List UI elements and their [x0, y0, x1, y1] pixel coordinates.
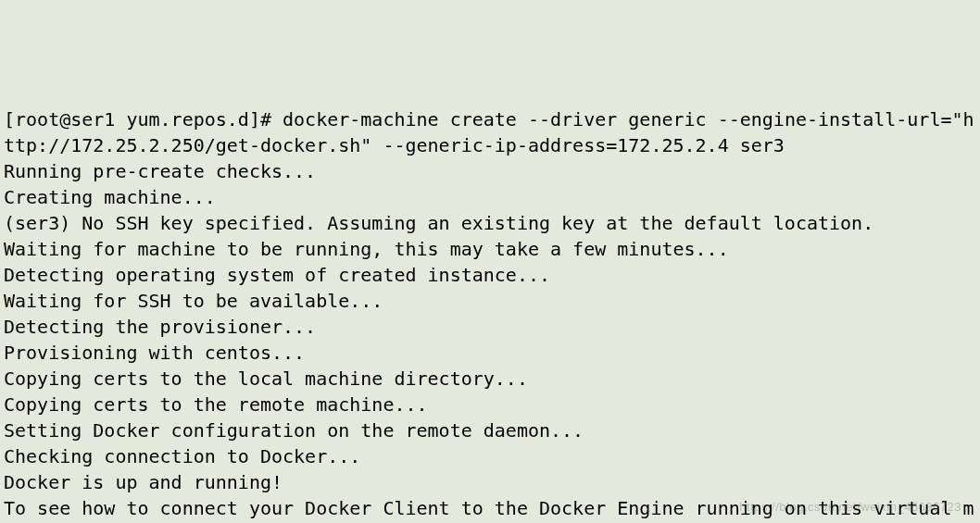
output-line: Copying certs to the local machine direc… — [4, 367, 528, 390]
output-line: (ser3) No SSH key specified. Assuming an… — [4, 212, 873, 234]
output-line: Docker is up and running! — [4, 471, 283, 493]
terminal-output[interactable]: [root@ser1 yum.repos.d]# docker-machine … — [4, 106, 976, 523]
output-line: Waiting for SSH to be available... — [4, 290, 383, 312]
output-line: Waiting for machine to be running, this … — [4, 238, 729, 260]
watermark-text: https://blog.csdn.net/weixin_45636723 — [739, 499, 961, 516]
shell-prompt: [root@ser1 yum.repos.d]# — [4, 108, 283, 131]
output-line: Running pre-create checks... — [4, 160, 316, 182]
output-line: Setting Docker configuration on the remo… — [4, 419, 584, 442]
output-line: Creating machine... — [4, 186, 216, 208]
output-line: Detecting operating system of created in… — [4, 264, 550, 286]
output-line: Detecting the provisioner... — [4, 316, 316, 338]
output-line: Checking connection to Docker... — [4, 445, 360, 467]
output-line: Copying certs to the remote machine... — [4, 393, 428, 416]
output-line: Provisioning with centos... — [4, 342, 305, 364]
